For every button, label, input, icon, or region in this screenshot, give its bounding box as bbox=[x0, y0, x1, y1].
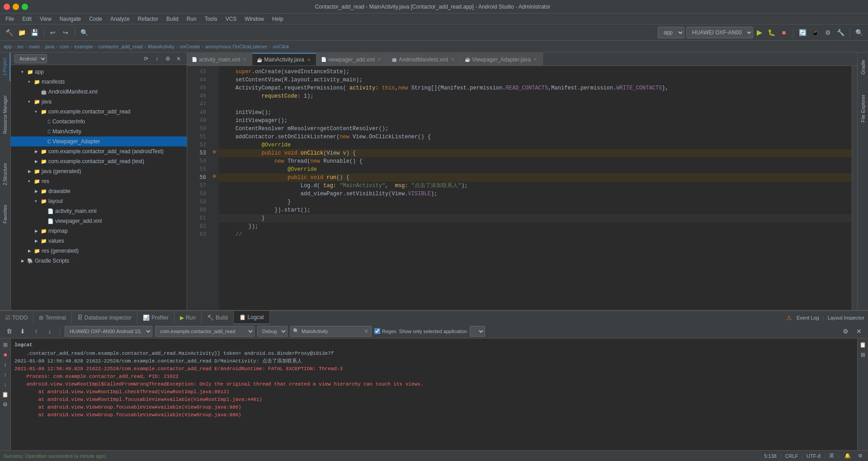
menu-view[interactable]: View bbox=[36, 15, 55, 23]
bc-contactor[interactable]: contactor_add_read bbox=[98, 44, 142, 49]
menu-file[interactable]: File bbox=[2, 15, 18, 23]
redo-button[interactable]: ↪ bbox=[60, 27, 71, 38]
logcat-icon-3[interactable]: ↕ bbox=[1, 360, 10, 369]
regex-checkbox[interactable] bbox=[374, 328, 380, 334]
tab-close-mainactivity[interactable]: ✕ bbox=[306, 57, 311, 63]
project-view-selector[interactable]: Android bbox=[14, 54, 47, 63]
btab-run[interactable]: ▶ Run bbox=[175, 311, 202, 325]
tree-item-manifests[interactable]: ▾ 📁 manifests bbox=[11, 77, 187, 87]
tree-item-test[interactable]: ▶ 📁 com.example.contactor_add_read (test… bbox=[11, 156, 187, 166]
menu-run[interactable]: Run bbox=[183, 15, 200, 23]
debug-button[interactable]: 🐛 bbox=[766, 27, 777, 38]
status-charset[interactable]: UTF-8 bbox=[807, 453, 821, 459]
tree-item-layout[interactable]: ▾ 📁 layout bbox=[11, 196, 187, 206]
menu-help[interactable]: Help bbox=[269, 15, 287, 23]
tree-item-viewpager-adapter[interactable]: C Viewpager_Adapter bbox=[11, 136, 187, 146]
bc-com[interactable]: com bbox=[60, 44, 69, 49]
project-settings-btn[interactable]: ⚙ bbox=[163, 54, 172, 63]
logcat-scroll-btn[interactable]: ⬇ bbox=[17, 326, 28, 337]
tree-item-com-example[interactable]: ▾ 📁 com.example.contactor_add_read bbox=[11, 107, 187, 117]
logcat-icon-5[interactable]: ↓ bbox=[1, 380, 10, 389]
structure-tab[interactable]: 2:Structure bbox=[0, 158, 10, 191]
tree-item-java[interactable]: ▾ 📁 java bbox=[11, 97, 187, 107]
toolbar-btn-1[interactable]: 🔨 bbox=[4, 27, 14, 38]
project-collapse-btn[interactable]: ↕ bbox=[152, 54, 161, 63]
maximize-button[interactable] bbox=[22, 4, 28, 10]
logcat-close-btn[interactable]: ✕ bbox=[854, 326, 864, 337]
project-close-btn[interactable]: ✕ bbox=[174, 54, 183, 63]
tab-androidmanifest[interactable]: 🤖 AndroidManifest.xml ✕ bbox=[387, 53, 460, 66]
toolbar-btn-3[interactable]: 💾 bbox=[29, 27, 40, 38]
bc-src[interactable]: src bbox=[17, 44, 24, 49]
btab-database[interactable]: 🗄 Database Inspector bbox=[72, 311, 137, 325]
device-selector[interactable]: HUAWEI OXF-AN00 bbox=[686, 27, 753, 38]
editor-scrollbar[interactable] bbox=[852, 66, 857, 310]
tab-close-adapter[interactable]: ✕ bbox=[533, 56, 538, 62]
logcat-level-selector[interactable]: Debug bbox=[257, 326, 288, 337]
bc-mainactivity[interactable]: MainActivity bbox=[148, 44, 175, 49]
logcat-device-selector[interactable]: HUAWEI OXF-AN00 Android 10, bbox=[65, 326, 152, 337]
tab-viewpager-adapter[interactable]: ☕ Viewpager_Adapter.java ✕ bbox=[460, 53, 543, 66]
menu-code[interactable]: Code bbox=[85, 15, 106, 23]
menu-vcs[interactable]: VCS bbox=[222, 15, 241, 23]
tree-item-res[interactable]: ▾ 📁 res bbox=[11, 176, 187, 186]
bc-listener[interactable]: anonymous OnClickListener bbox=[205, 44, 268, 49]
logcat-clear-btn[interactable]: 🗑 bbox=[4, 326, 14, 337]
minimize-button[interactable] bbox=[13, 4, 19, 10]
gradle-tab-right[interactable]: Gradle bbox=[859, 54, 868, 80]
btab-terminal[interactable]: ⊞ Terminal bbox=[33, 311, 71, 325]
run-button[interactable]: ▶ bbox=[755, 28, 764, 37]
menu-analyze[interactable]: Analyze bbox=[107, 15, 133, 23]
tree-item-contacterinfo[interactable]: C ContacterInfo bbox=[11, 117, 187, 127]
tab-viewpager-add-xml[interactable]: 📄 viewpager_add.xml ✕ bbox=[316, 53, 387, 66]
undo-button[interactable]: ↩ bbox=[47, 27, 58, 38]
menu-window[interactable]: Window bbox=[241, 15, 268, 23]
tab-mainactivity-java[interactable]: ☕ MainActivity.java ✕ bbox=[252, 53, 316, 66]
gutter-56b[interactable]: ⊕ bbox=[210, 172, 219, 180]
tree-item-drawable[interactable]: ▶ 📁 drawable bbox=[11, 186, 187, 196]
show-only-dropdown[interactable] bbox=[470, 326, 485, 337]
bc-java[interactable]: java bbox=[45, 44, 54, 49]
logcat-settings-btn[interactable]: ⚙ bbox=[840, 326, 851, 337]
bc-main[interactable]: main bbox=[29, 44, 40, 49]
tab-close-activity[interactable]: ✕ bbox=[242, 56, 247, 62]
tree-item-java-gen[interactable]: ▶ 📁 java (generated) bbox=[11, 166, 187, 176]
event-log-label[interactable]: Event Log bbox=[797, 315, 819, 320]
app-selector[interactable]: app bbox=[658, 27, 684, 38]
logcat-right-icon-1[interactable]: 📋 bbox=[859, 340, 868, 349]
logcat-search-input[interactable] bbox=[290, 326, 372, 337]
settings-button[interactable]: 🔧 bbox=[835, 27, 846, 38]
menu-edit[interactable]: Edit bbox=[19, 15, 35, 23]
tab-close-manifest[interactable]: ✕ bbox=[450, 56, 455, 62]
tab-activity-main-xml[interactable]: 📄 activity_main.xml ✕ bbox=[187, 53, 252, 66]
tree-item-values[interactable]: ▶ 📁 values bbox=[11, 236, 187, 246]
logcat-next-btn[interactable]: ↓ bbox=[44, 326, 55, 337]
btab-todo[interactable]: ☑ TODO bbox=[0, 311, 33, 325]
logcat-package-selector[interactable]: com.example.contactor_add_read bbox=[155, 326, 255, 337]
tree-item-mipmap[interactable]: ▶ 📁 mipmap bbox=[11, 226, 187, 236]
avd-button[interactable]: 📱 bbox=[810, 27, 821, 38]
layout-inspector-label[interactable]: Layout Inspector bbox=[828, 315, 864, 320]
logcat-content[interactable]: logcat .contactor_add_read/com.example.c… bbox=[11, 339, 857, 450]
menu-tools[interactable]: Tools bbox=[201, 15, 221, 23]
gutter-53b[interactable]: ⊕ bbox=[210, 147, 219, 155]
logcat-right-icon-2[interactable]: ⊞ bbox=[859, 350, 868, 359]
tab-close-viewpager[interactable]: ✕ bbox=[377, 56, 382, 62]
bc-example[interactable]: example bbox=[74, 44, 93, 49]
close-button[interactable] bbox=[4, 4, 10, 10]
logcat-icon-1[interactable]: ⊞ bbox=[1, 340, 10, 349]
logcat-icon-4[interactable]: ↑ bbox=[1, 370, 10, 379]
btab-logcat[interactable]: 📋 Logcat bbox=[234, 311, 270, 325]
status-crlf[interactable]: CRLF bbox=[785, 453, 798, 459]
project-sync-btn[interactable]: ⟳ bbox=[142, 54, 151, 63]
code-editor[interactable]: 43 44 45 46 47 48 49 50 51 52 53 54 55 5… bbox=[187, 66, 857, 310]
logcat-icon-2[interactable]: ■ bbox=[1, 350, 10, 359]
logcat-prev-btn[interactable]: ↑ bbox=[31, 326, 42, 337]
bc-oncreate[interactable]: onCreate bbox=[179, 44, 200, 49]
menu-refactor[interactable]: Refactor bbox=[134, 15, 162, 23]
btab-build[interactable]: 🔨 Build bbox=[202, 311, 234, 325]
tree-item-gradle[interactable]: ▶ 🐘 Gradle Scripts bbox=[11, 256, 187, 266]
btab-profiler[interactable]: 📊 Profiler bbox=[137, 311, 175, 325]
toolbar-btn-2[interactable]: 📁 bbox=[16, 27, 27, 38]
indent-btn[interactable]: ⚙ bbox=[856, 451, 864, 461]
